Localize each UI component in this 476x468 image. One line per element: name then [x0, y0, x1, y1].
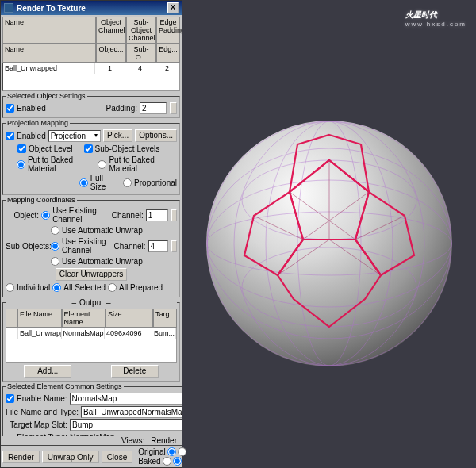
watermark: 火星时代 www.hxsd.com	[405, 6, 466, 28]
all-selected-radio[interactable]: All Selected	[52, 283, 106, 292]
svg-point-0	[207, 121, 451, 366]
svg-line-20	[329, 240, 381, 275]
views-original[interactable]	[167, 447, 176, 456]
svg-line-18	[355, 216, 405, 240]
render-to-texture-panel: Render To Texture X Name Object Channel …	[0, 0, 182, 468]
delete-button[interactable]: Delete	[111, 365, 159, 378]
padding-spinner[interactable]: 2	[140, 102, 167, 114]
table-row[interactable]: Ball_Unwrapped 1 4 2	[3, 63, 179, 74]
add-button[interactable]: Add...	[24, 365, 71, 378]
close-button[interactable]: X	[167, 2, 178, 13]
watermark-url: www.hxsd.com	[405, 21, 466, 28]
svg-point-5	[266, 121, 393, 366]
mapping-coordinates: Mapping Coordinates Object: Use Existing…	[2, 196, 180, 297]
svg-point-4	[234, 121, 424, 366]
subobj-auto[interactable]: Use Automatic Unwrap	[51, 257, 143, 266]
all-prepared-radio[interactable]: All Prepared	[108, 283, 163, 292]
render-baked[interactable]	[173, 457, 182, 466]
3d-viewport[interactable]	[182, 0, 476, 468]
file-name-input[interactable]: Ball_UnwrappedNormalsMap.tif	[81, 406, 182, 418]
views-baked-row: Baked	[138, 457, 186, 466]
output-list[interactable]: Ball_Unwrapped... NormalsMap 4096x4096 B…	[6, 328, 177, 363]
svg-line-16	[303, 192, 369, 240]
target-slot-dropdown[interactable]: Bump	[70, 419, 182, 431]
views-baked[interactable]	[163, 457, 171, 466]
table-row[interactable]: Ball_Unwrapped... NormalsMap 4096x4096 B…	[6, 328, 176, 339]
obj-auto[interactable]: Use Automatic Unwrap	[51, 226, 143, 235]
object-level-check[interactable]: Object Level	[17, 144, 73, 153]
individual-radio[interactable]: Individual	[6, 283, 50, 292]
sphere-preview	[206, 121, 452, 366]
proportional-radio[interactable]: Proportional	[123, 178, 177, 187]
output-section: –Output– File Name Element Name Size Tar…	[2, 298, 180, 382]
svg-point-8	[242, 247, 416, 327]
svg-line-15	[290, 192, 355, 240]
output-table-header: File Name Element Name Size Targ...	[6, 309, 177, 328]
put-baked-1[interactable]: Put to Baked Material	[17, 155, 96, 173]
enabled-checkbox[interactable]: Enabled	[6, 104, 46, 113]
subobj-levels-check[interactable]: Sub-Object Levels	[84, 144, 160, 153]
clear-unwrappers-button[interactable]: Clear Unwrappers	[56, 268, 128, 281]
pick-button[interactable]: Pick...	[103, 129, 132, 142]
projection-dropdown[interactable]: Projection	[48, 130, 101, 142]
views-original-row: Original	[138, 447, 186, 456]
svg-line-19	[278, 240, 329, 275]
element-name-input[interactable]: NormalsMap	[70, 393, 182, 405]
svg-line-17	[254, 216, 303, 240]
svg-marker-12	[278, 240, 381, 327]
subobj-existing[interactable]: Use Existing Channel	[51, 237, 112, 255]
panel-body: Name Object Channel Sub-Object Channel E…	[1, 15, 182, 436]
svg-marker-11	[355, 192, 414, 275]
object-table-header: Name Objec... Sub-O... Edg...	[2, 44, 180, 63]
app-icon	[4, 3, 13, 13]
selected-object-settings: Selected Object Settings Enabled Padding…	[2, 92, 180, 118]
obj-existing[interactable]: Use Existing Channel	[41, 206, 109, 224]
projection-mapping: Projection Mapping Enabled Projection Pi…	[2, 119, 180, 195]
titlebar[interactable]: Render To Texture X	[1, 1, 182, 15]
render-button[interactable]: Render	[2, 451, 40, 463]
channel4-spinner[interactable]: 4	[148, 240, 169, 252]
watermark-brand: 火星时代	[405, 10, 437, 19]
svg-marker-10	[244, 192, 303, 275]
full-size-radio[interactable]: Full Size	[79, 174, 121, 191]
footer: Views: Render Render Unwrap Only Close O…	[1, 436, 182, 467]
channel1-spinner[interactable]: 1	[146, 209, 168, 221]
close-button-footer[interactable]: Close	[102, 451, 133, 463]
common-settings: Selected Element Common Settings Enable …	[2, 382, 182, 436]
window-title: Render To Texture	[17, 4, 167, 13]
unwrap-button[interactable]: Unwrap Only	[42, 451, 99, 463]
svg-point-6	[298, 121, 361, 366]
options-button[interactable]: Options...	[135, 129, 177, 142]
projmap-enabled[interactable]: Enabled	[6, 132, 46, 140]
wireframe-overlay	[206, 121, 452, 366]
enable-element[interactable]: Enable	[6, 394, 41, 403]
put-baked-2[interactable]: Put to Baked Material	[98, 155, 177, 173]
render-original[interactable]	[178, 447, 186, 456]
object-table-header-top: Name Object Channel Sub-Object Channel E…	[2, 17, 180, 44]
object-list[interactable]: Ball_Unwrapped 1 4 2	[2, 63, 180, 91]
